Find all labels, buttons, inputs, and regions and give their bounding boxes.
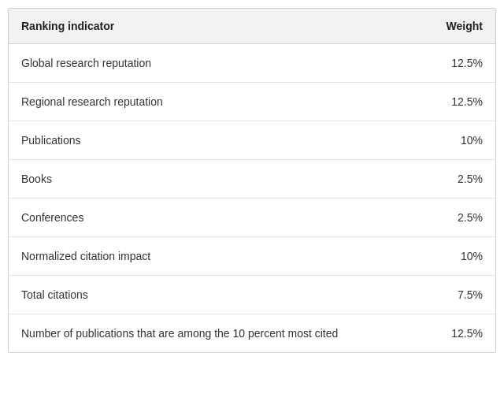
weight-column-header: Weight [417,9,495,44]
indicator-column-header: Ranking indicator [9,9,417,44]
weight-cell: 12.5% [417,44,495,83]
table-row: Global research reputation12.5% [9,44,495,83]
ranking-table: Ranking indicator Weight Global research… [8,8,496,353]
table-row: Number of publications that are among th… [9,314,495,353]
indicator-cell: Total citations [9,276,417,314]
weight-cell: 10% [417,237,495,276]
table-row: Total citations7.5% [9,276,495,314]
table-row: Books2.5% [9,160,495,199]
indicator-cell: Global research reputation [9,44,417,83]
weight-cell: 10% [417,121,495,160]
indicator-cell: Number of publications that are among th… [9,314,417,353]
indicator-cell: Regional research reputation [9,83,417,121]
table-row: Conferences2.5% [9,199,495,237]
table-row: Publications10% [9,121,495,160]
table-row: Regional research reputation12.5% [9,83,495,121]
table-header-row: Ranking indicator Weight [9,9,495,44]
indicator-cell: Normalized citation impact [9,237,417,276]
table-row: Normalized citation impact10% [9,237,495,276]
weight-cell: 12.5% [417,83,495,121]
indicator-cell: Conferences [9,199,417,237]
weight-cell: 12.5% [417,314,495,353]
weight-cell: 2.5% [417,199,495,237]
weight-cell: 7.5% [417,276,495,314]
weight-cell: 2.5% [417,160,495,199]
indicator-cell: Publications [9,121,417,160]
indicator-cell: Books [9,160,417,199]
